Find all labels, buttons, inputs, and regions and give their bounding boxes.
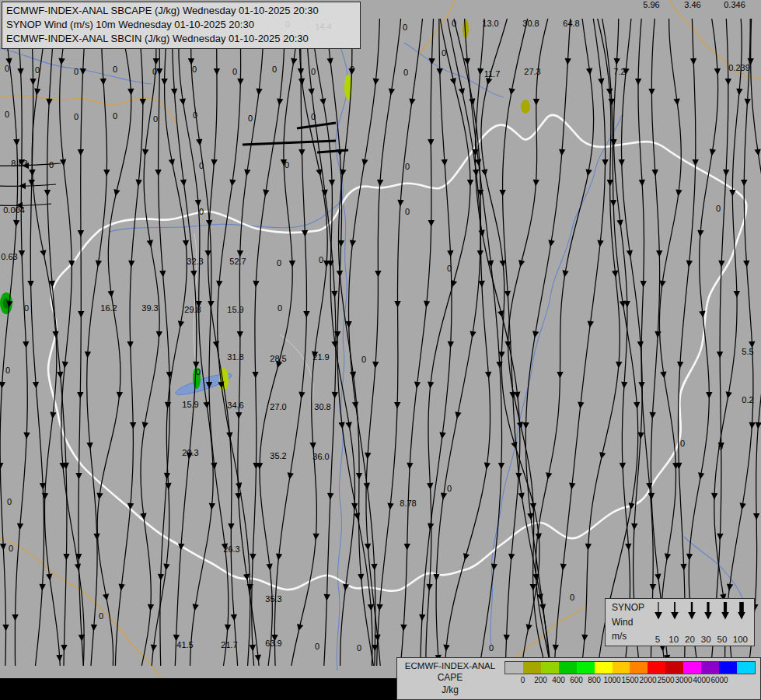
wind-arrow-icon: [729, 190, 735, 197]
wind-arrow-icon: [127, 341, 134, 348]
wind-arrow-icon: [356, 473, 362, 480]
wind-arrow-icon: [686, 601, 698, 621]
wind-arrow-icon: [436, 68, 443, 75]
cape-threshold-label: 800: [585, 676, 603, 684]
cape-color-cell: [523, 662, 541, 674]
wind-arrow-icon: [423, 301, 430, 308]
bold-segment: [243, 141, 336, 145]
cape-color-bar: [504, 661, 756, 674]
wind-arrow-icon: [749, 341, 756, 348]
wind-arrow-icon: [481, 169, 489, 177]
wind-arrow-icon: [530, 503, 537, 510]
weather-map-page: { "header": { "lines": [ "ECMWF-INDEX-AN…: [0, 0, 761, 700]
wind-arrow-icon: [349, 240, 356, 247]
wind-arrow-icon: [637, 341, 644, 348]
wind-arrow-icon: [255, 89, 262, 96]
wind-arrow-icon: [46, 99, 53, 106]
wind-arrow-icon: [627, 250, 634, 257]
wind-arrow-icon: [128, 261, 135, 268]
wind-arrow-icon: [706, 392, 712, 399]
wind-arrow-icon: [117, 584, 124, 591]
wind-arrow-icon: [60, 159, 67, 166]
wind-legend-labels: SYNOP Wind m/s: [612, 601, 644, 644]
wind-arrow-icon: [281, 159, 288, 166]
wind-arrow-icon: [634, 402, 641, 409]
wind-arrow-icon: [655, 574, 662, 581]
wind-arrow-icon: [274, 361, 282, 369]
wind-arrow-icon: [639, 180, 646, 187]
wind-arrow-icon: [326, 58, 333, 65]
wind-arrow-icon: [478, 281, 485, 288]
river-north-small: [0, 48, 152, 84]
wind-arrow-icon: [193, 362, 200, 369]
wind-arrow-icon: [426, 584, 433, 591]
wind-arrow-icon: [462, 553, 470, 561]
wind-arrow-icon: [103, 170, 110, 177]
wind-arrow-icon: [503, 635, 510, 642]
wind-arrow-icon: [266, 564, 273, 571]
wind-arrow-icon: [173, 635, 180, 642]
wind-arrow-icon: [539, 604, 546, 611]
wind-streamline: [436, 19, 480, 666]
wind-arrow-icon: [467, 180, 474, 187]
cape-color-cell: [595, 662, 613, 674]
wind-arrow-icon: [476, 68, 483, 75]
wind-arrow-icon: [428, 139, 434, 146]
wind-arrow-icon: [130, 422, 137, 429]
wind-arrow-icon: [596, 240, 603, 247]
wind-arrow-icon: [157, 574, 164, 581]
cape-legend: ECMWF-INDEX-ANAL CAPE J/kg 0200400600800…: [396, 657, 761, 700]
wind-arrow-icon: [652, 601, 665, 621]
wind-arrow-icon: [321, 189, 328, 197]
wind-arrow-icon: [44, 190, 51, 197]
cape-threshold-label: 3000: [675, 676, 693, 684]
wind-arrow-icon: [331, 291, 338, 298]
wind-arrow-icon: [135, 180, 142, 187]
wind-arrow-icon: [100, 79, 107, 86]
wind-arrow-icon: [90, 625, 97, 632]
wind-arrow-icon: [375, 271, 381, 278]
wind-streamline: [208, 19, 238, 666]
wind-arrow-icon: [407, 463, 414, 470]
wind-arrow-icon: [438, 432, 445, 439]
wind-arrow-icon: [427, 483, 434, 490]
wind-arrow-icon: [163, 473, 170, 480]
wind-arrow-icon: [237, 331, 243, 338]
wind-arrow-icon: [649, 412, 656, 419]
wind-arrow-icon: [618, 159, 625, 166]
cape-color-cell: [577, 662, 595, 674]
cape-color-cell: [505, 662, 523, 674]
wind-arrow-icon: [525, 624, 532, 632]
wind-arrow-icon: [350, 371, 357, 379]
wind-arrow-icon: [30, 79, 37, 86]
wind-streamline: [725, 19, 753, 666]
wind-arrow-icon: [155, 331, 162, 338]
wind-arrow-icon: [747, 58, 753, 65]
wind-arrow-icon: [612, 271, 619, 278]
wind-arrow-icon: [753, 513, 760, 520]
county-line: [280, 334, 313, 404]
wind-streamline: [274, 19, 306, 666]
wind-arrow-icon: [476, 250, 483, 257]
cape-color-cell: [737, 662, 755, 674]
river-tisza: [490, 115, 622, 646]
wind-arrow-icon: [183, 240, 190, 247]
wind-arrow-icon: [311, 352, 318, 359]
wind-speed-label: 10: [668, 635, 679, 644]
wind-arrow-icon: [61, 362, 68, 369]
wind-streamline: [0, 19, 18, 666]
wind-arrow-icon: [275, 554, 282, 561]
edge-streamlines: [0, 163, 61, 208]
wind-arrow-icon: [581, 635, 588, 642]
wind-arrow-icon: [517, 260, 525, 268]
wind-arrow-icon: [338, 422, 345, 429]
wind-streamline: [339, 19, 374, 666]
cape-threshold-label: 0: [514, 676, 532, 684]
cape-color-cell: [541, 662, 559, 674]
wind-arrow-icon: [298, 392, 305, 399]
wind-arrow-icon: [78, 149, 84, 156]
cape-legend-title: ECMWF-INDEX-ANAL: [402, 661, 498, 670]
wind-arrow-icon: [717, 352, 723, 359]
border-southwest: [0, 538, 180, 700]
wind-streamline: [172, 19, 197, 666]
